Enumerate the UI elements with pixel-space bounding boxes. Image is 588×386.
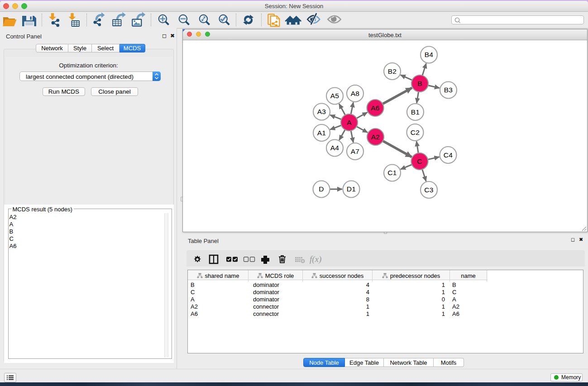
svg-text:f(x): f(x) — [310, 254, 321, 264]
svg-text:B4: B4 — [425, 51, 434, 58]
svg-text:B2: B2 — [388, 67, 397, 75]
svg-text:A1: A1 — [317, 129, 326, 136]
svg-text:D1: D1 — [347, 185, 356, 193]
svg-text:A2: A2 — [371, 133, 380, 140]
svg-text:A7: A7 — [351, 147, 359, 155]
svg-text:A3: A3 — [317, 108, 326, 115]
svg-text:A5: A5 — [330, 92, 339, 100]
svg-text:A8: A8 — [351, 89, 359, 97]
svg-text:C2: C2 — [411, 128, 420, 136]
svg-text:C1: C1 — [387, 169, 397, 176]
svg-text:A6: A6 — [371, 104, 379, 111]
svg-text:D: D — [319, 185, 324, 193]
svg-text:B1: B1 — [411, 108, 420, 115]
svg-text:C: C — [417, 157, 422, 165]
svg-text:B: B — [417, 79, 422, 87]
svg-text:A4: A4 — [330, 144, 339, 152]
svg-text:A: A — [347, 118, 352, 126]
svg-text:B3: B3 — [444, 86, 453, 94]
svg-text:C3: C3 — [424, 186, 433, 193]
svg-text:C4: C4 — [444, 151, 453, 158]
